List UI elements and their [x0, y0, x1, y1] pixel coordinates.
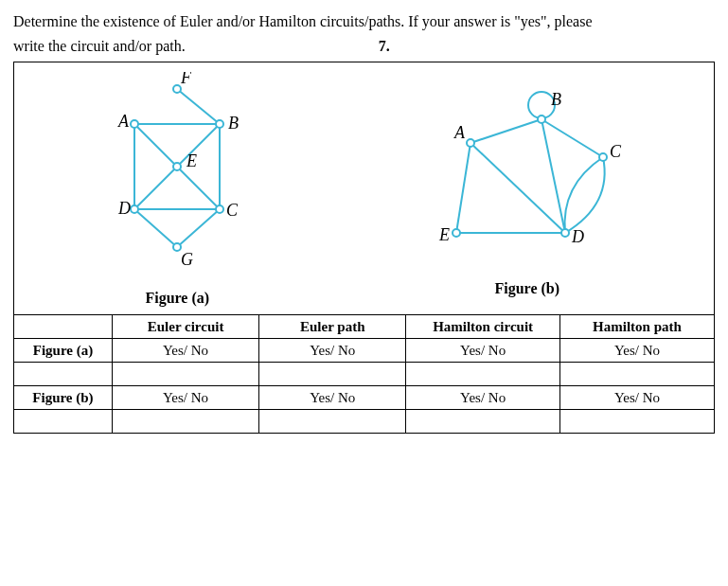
vertex-A: A	[117, 112, 130, 131]
row-a-blank	[14, 363, 112, 386]
row-figure-a-answer	[14, 363, 714, 386]
svg-point-26	[561, 229, 569, 237]
svg-point-15	[173, 243, 181, 251]
svg-point-23	[538, 115, 545, 123]
answer-table: Euler circuit Euler path Hamilton circui…	[14, 314, 714, 433]
svg-line-18	[542, 119, 603, 157]
cell-a-hamilton-circuit[interactable]: Yes/ No	[406, 339, 560, 363]
svg-line-17	[471, 119, 542, 143]
cell-b-euler-path[interactable]: Yes/ No	[259, 386, 406, 410]
svg-line-8	[177, 209, 220, 247]
svg-point-12	[173, 163, 181, 170]
cell-a-euler-path[interactable]: Yes/ No	[259, 339, 406, 363]
header-hamilton-path: Hamilton path	[559, 315, 714, 339]
figure-a: F A B E D C G Figure (a)	[92, 72, 262, 307]
instructions-line1: Determine the existence of Euler and/or …	[13, 13, 593, 29]
row-b-blank	[14, 410, 112, 434]
cell-a-euler-path-ans[interactable]	[259, 363, 406, 386]
figure-container: F A B E D C G Figure (a)	[13, 62, 715, 434]
cell-b-euler-circuit-ans[interactable]	[112, 410, 258, 434]
header-blank	[14, 315, 112, 339]
row-a-label: Figure (a)	[14, 339, 112, 363]
cell-a-euler-circuit-ans[interactable]	[112, 363, 258, 386]
cell-a-hamilton-circuit-ans[interactable]	[406, 363, 560, 386]
instructions-text: Determine the existence of Euler and/or …	[13, 9, 715, 58]
cell-b-euler-circuit[interactable]: Yes/ No	[112, 386, 258, 410]
figure-a-svg: F A B E D C G	[92, 72, 262, 280]
svg-point-24	[467, 139, 474, 147]
row-figure-a: Figure (a) Yes/ No Yes/ No Yes/ No Yes/ …	[14, 339, 714, 363]
svg-point-10	[131, 120, 138, 128]
svg-point-25	[599, 153, 607, 161]
problem-number: 7.	[379, 34, 390, 59]
vertex-D: D	[117, 199, 131, 218]
cell-a-euler-circuit[interactable]: Yes/ No	[112, 339, 258, 363]
cell-a-hamilton-path[interactable]: Yes/ No	[559, 339, 714, 363]
figure-b-caption: Figure (b)	[418, 280, 636, 297]
vertex-E: E	[186, 151, 197, 170]
header-euler-path: Euler path	[259, 315, 406, 339]
figures-area: F A B E D C G Figure (a)	[14, 62, 714, 314]
figure-b: B A C D E Figure (b)	[418, 81, 636, 297]
vertex-C2: C	[610, 142, 622, 161]
svg-line-20	[456, 143, 471, 233]
svg-point-27	[453, 229, 460, 237]
svg-line-0	[177, 89, 220, 124]
cell-a-hamilton-path-ans[interactable]	[559, 363, 714, 386]
svg-point-9	[173, 85, 181, 93]
svg-point-14	[216, 205, 223, 213]
figure-b-svg: B A C D E	[418, 81, 636, 271]
row-b-label: Figure (b)	[14, 386, 112, 410]
vertex-C: C	[226, 201, 239, 220]
header-hamilton-circuit: Hamilton circuit	[406, 315, 560, 339]
vertex-B: B	[228, 114, 239, 133]
vertex-B2: B	[551, 90, 561, 109]
table-header-row: Euler circuit Euler path Hamilton circui…	[14, 315, 714, 339]
vertex-E2: E	[438, 225, 450, 244]
svg-line-19	[471, 143, 565, 233]
vertex-A2: A	[453, 123, 466, 142]
cell-b-hamilton-circuit[interactable]: Yes/ No	[406, 386, 560, 410]
svg-point-11	[216, 120, 223, 128]
vertex-D2: D	[571, 227, 584, 246]
row-figure-b-answer	[14, 410, 714, 434]
vertex-F: F	[180, 72, 192, 87]
vertex-G: G	[181, 250, 193, 269]
cell-b-hamilton-path-ans[interactable]	[559, 410, 714, 434]
svg-line-7	[134, 209, 177, 247]
header-euler-circuit: Euler circuit	[112, 315, 258, 339]
cell-b-hamilton-circuit-ans[interactable]	[406, 410, 560, 434]
figure-a-caption: Figure (a)	[92, 290, 262, 307]
row-figure-b: Figure (b) Yes/ No Yes/ No Yes/ No Yes/ …	[14, 386, 714, 410]
svg-line-22	[542, 119, 565, 233]
instructions-line2: write the circuit and/or path.	[13, 38, 186, 54]
svg-point-13	[131, 205, 138, 213]
cell-b-hamilton-path[interactable]: Yes/ No	[559, 386, 714, 410]
cell-b-euler-path-ans[interactable]	[259, 410, 406, 434]
